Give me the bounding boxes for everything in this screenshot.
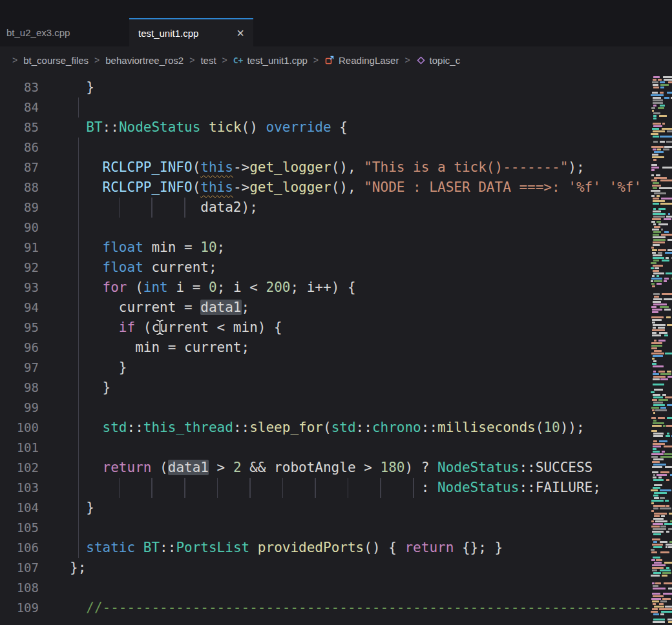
breadcrumb-item-topic_c[interactable]: topic_c	[416, 55, 461, 66]
minimap-mark	[653, 446, 661, 447]
minimap[interactable]	[650, 74, 672, 625]
code-line[interactable]: 97 }	[0, 358, 672, 378]
code-line[interactable]: 98 }	[0, 378, 672, 398]
minimap-mark	[652, 154, 658, 156]
line-number: 83	[0, 77, 39, 97]
tab-test_unit1.cpp[interactable]: test_unit1.cpp×	[129, 18, 253, 46]
code-line[interactable]: 107};	[0, 558, 672, 578]
code-line[interactable]: 101	[0, 438, 672, 458]
breadcrumb-label: bt_course_files	[23, 55, 89, 66]
minimap-mark	[668, 546, 672, 548]
minimap-mark	[652, 156, 664, 158]
code-line[interactable]: 83 }	[0, 77, 672, 97]
code-line[interactable]: 106 static BT::PortsList providedPorts()…	[0, 538, 672, 558]
minimap-mark	[660, 489, 671, 491]
code-line[interactable]: 105	[0, 518, 672, 538]
minimap-mark	[653, 324, 666, 326]
minimap-mark	[653, 87, 659, 88]
code-token: "This is a tick()-------"	[364, 159, 568, 175]
editor[interactable]: 83 }8485 BT::NodeStatus tick() override …	[0, 74, 672, 625]
code-line[interactable]: 87 RCLCPP_INFO(this->get_logger(), "This…	[0, 158, 672, 178]
minimap-mark	[651, 611, 658, 613]
minimap-mark	[651, 94, 663, 96]
code-token	[249, 540, 258, 555]
minimap-mark	[653, 125, 662, 127]
code-line[interactable]: 103 : NodeStatus::FAILURE;	[0, 478, 672, 498]
chevron-right-icon: >	[94, 55, 100, 65]
indent-guide	[78, 398, 79, 418]
indent-guide	[78, 538, 79, 558]
minimap-mark	[652, 363, 656, 365]
minimap-mark	[651, 262, 656, 264]
line-number: 106	[0, 538, 39, 558]
code-line[interactable]: 104 }	[0, 498, 672, 518]
code-content: for (int i = 0; i < 200; i++) {	[39, 278, 672, 298]
code-lines: 83 }8485 BT::NodeStatus tick() override …	[0, 77, 672, 618]
code-content: };	[39, 558, 672, 578]
code-token: ::	[519, 480, 535, 495]
minimap-mark	[662, 394, 666, 396]
tab-label: test_unit1.cpp	[138, 28, 198, 39]
code-token: ;	[242, 300, 250, 315]
line-number: 107	[0, 558, 39, 578]
minimap-mark	[651, 280, 653, 282]
code-line[interactable]: 102 return (data1 > 2 && robotAngle > 18…	[0, 458, 672, 478]
code-line[interactable]: 88 RCLCPP_INFO(this->get_logger(), "NODE…	[0, 178, 672, 198]
code-line[interactable]: 84	[0, 97, 672, 118]
minimap-mark	[667, 619, 672, 620]
breadcrumb-item-test_unit1.cpp[interactable]: C+test_unit1.cpp	[233, 55, 308, 66]
line-number: 91	[0, 238, 39, 258]
code-token: {}; }	[454, 540, 503, 555]
minimap-mark	[665, 606, 672, 608]
minimap-mark	[651, 417, 656, 419]
code-line[interactable]: 89 data2);	[0, 198, 672, 218]
code-token: (	[193, 179, 201, 195]
indent-guide	[184, 198, 185, 218]
code-line[interactable]: 109 //----------------------------------…	[0, 598, 672, 618]
line-number: 89	[0, 198, 39, 218]
breadcrumb-item-bt_course_files[interactable]: bt_course_files	[23, 55, 89, 66]
code-line[interactable]: 85 BT::NodeStatus tick() override {	[0, 118, 672, 138]
minimap-mark	[653, 208, 656, 210]
code-token: current;	[143, 260, 217, 275]
code-line[interactable]: 99	[0, 398, 672, 418]
minimap-mark	[664, 79, 672, 81]
code-line[interactable]: 86	[0, 138, 672, 158]
code-token: ::	[356, 420, 372, 435]
minimap-mark	[653, 301, 660, 303]
minimap-mark	[653, 182, 659, 184]
code-token: ::	[160, 540, 176, 555]
tab-label: bt_u2_ex3.cpp	[6, 27, 70, 38]
minimap-mark	[653, 422, 664, 424]
tab-bt_u2_ex3.cpp[interactable]: bt_u2_ex3.cpp	[0, 18, 129, 46]
minimap-mark	[663, 149, 669, 150]
minimap-mark	[653, 130, 666, 132]
minimap-mark	[665, 500, 669, 502]
minimap-mark	[653, 613, 659, 615]
code-line[interactable]: 100 std::this_thread::sleep_for(std::chr…	[0, 418, 672, 438]
minimap-mark	[651, 502, 654, 504]
minimap-mark	[651, 500, 664, 502]
code-token: }	[70, 380, 110, 395]
code-content: if (current < min) {	[39, 318, 672, 338]
code-line[interactable]: 92 float current;	[0, 258, 672, 278]
minimap-mark	[658, 399, 668, 401]
code-line[interactable]: 91 float min = 10;	[0, 238, 672, 258]
code-line[interactable]: 90	[0, 218, 672, 238]
breadcrumb-item-test[interactable]: test	[200, 55, 216, 66]
close-icon[interactable]: ×	[236, 26, 244, 39]
code-token: BT	[86, 119, 102, 135]
breadcrumb: >bt_course_files>behaviortree_ros2>test>…	[0, 46, 672, 74]
code-line[interactable]: 108	[0, 578, 672, 598]
minimap-mark	[658, 417, 664, 419]
code-line[interactable]: 93 for (int i = 0; i < 200; i++) {	[0, 278, 672, 298]
code-line[interactable]: 96 min = current;	[0, 338, 672, 358]
line-number: 86	[0, 138, 39, 158]
code-line[interactable]: 94 current = data1;	[0, 298, 672, 318]
minimap-mark	[664, 231, 669, 233]
code-line[interactable]: 95 if (current < min) {	[0, 318, 672, 338]
minimap-mark	[653, 533, 661, 535]
breadcrumb-item-behaviortree_ros2[interactable]: behaviortree_ros2	[105, 55, 184, 66]
minimap-mark	[653, 404, 665, 406]
breadcrumb-item-ReadingLaser[interactable]: ReadingLaser	[324, 55, 399, 66]
